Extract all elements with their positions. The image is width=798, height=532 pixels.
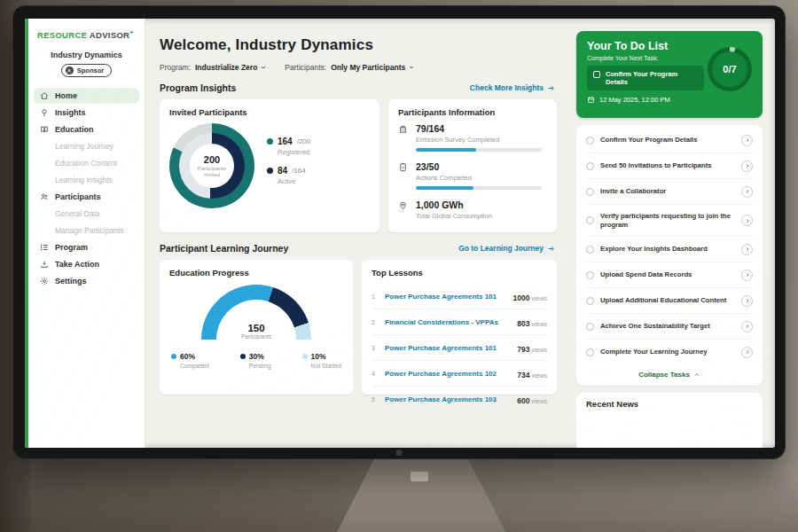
link-label: Go to Learning Journey xyxy=(458,244,544,253)
lesson-views: 600 xyxy=(517,396,529,405)
invited-participants-card: Invited Participants 200 Participants In… xyxy=(160,99,379,232)
sidebar-item-insights[interactable]: Insights xyxy=(34,105,139,121)
lesson-views: 734 xyxy=(517,371,529,379)
actions-completed-progress-fill xyxy=(416,186,473,190)
task-row-verify-participants[interactable]: Verify participants requesting to join t… xyxy=(586,205,753,237)
lesson-row: 4 Power Purchase Agreements 102 734views xyxy=(372,361,547,387)
clipboard-check-icon xyxy=(398,161,409,190)
lesson-rank: 5 xyxy=(372,396,379,403)
actions-completed-label: Actions Completed xyxy=(416,174,542,182)
task-checkbox[interactable] xyxy=(586,137,594,145)
lesson-views-suffix: views xyxy=(531,295,547,301)
insights-cards-row: Invited Participants 200 Participants In… xyxy=(160,99,557,232)
chevron-right-icon[interactable] xyxy=(741,244,753,255)
logo-primary: RESOURCE xyxy=(37,30,87,40)
legend-pending: 30% Pending xyxy=(240,352,271,369)
sidebar-item-take-action[interactable]: Take Action xyxy=(34,256,139,272)
sidebar-item-home[interactable]: Home xyxy=(34,88,139,104)
chevron-right-icon[interactable] xyxy=(741,347,753,358)
task-label: Upload Additional Educational Content xyxy=(600,296,735,305)
lesson-title-link[interactable]: Power Purchase Agreements 103 xyxy=(385,395,511,403)
location-pin-icon xyxy=(398,200,409,220)
next-task-checkbox[interactable] xyxy=(593,71,600,78)
completed-value: 60% xyxy=(180,352,195,361)
org-name: Industry Dynamics xyxy=(28,51,145,59)
logo-secondary: ADVISOR xyxy=(90,30,129,40)
monitor: RESOURCE ADVISOR+ Industry Dynamics Spon… xyxy=(12,5,786,459)
task-label: Verify participants requesting to join t… xyxy=(600,212,735,230)
task-checkbox[interactable] xyxy=(586,188,594,196)
actions-completed-progressbar xyxy=(416,186,542,190)
task-row-confirm-program[interactable]: Confirm Your Program Details xyxy=(586,128,753,153)
sponsor-badge: Sponsor xyxy=(61,64,112,77)
participants-filter-dropdown[interactable]: Only My Participants xyxy=(331,63,415,72)
chevron-right-icon[interactable] xyxy=(741,270,753,281)
task-row-complete-learning-journey[interactable]: Complete Your Learning Journey xyxy=(586,340,753,364)
collapse-label: Collapse Tasks xyxy=(638,371,690,379)
logo-plus: + xyxy=(129,29,133,35)
sidebar-item-general-data[interactable]: General Data xyxy=(34,206,139,222)
chevron-right-icon[interactable] xyxy=(741,135,753,146)
nav-label: Home xyxy=(55,91,77,100)
program-filter-dropdown[interactable]: Industrialize Zero xyxy=(195,63,267,72)
chevron-right-icon[interactable] xyxy=(741,295,753,307)
task-row-achieve-target[interactable]: Achieve One Sustainability Target xyxy=(586,314,753,340)
pending-dot xyxy=(240,354,246,359)
task-checkbox[interactable] xyxy=(586,297,594,305)
lesson-title-link[interactable]: Financial Considerations - VPPAs xyxy=(385,318,511,326)
lesson-views: 793 xyxy=(517,345,529,354)
task-label: Invite a Collaborator xyxy=(600,187,735,196)
lesson-title-link[interactable]: Power Purchase Agreements 101 xyxy=(385,344,511,352)
lesson-row: 3 Power Purchase Agreements 101 793views xyxy=(372,335,547,361)
not-started-value: 10% xyxy=(311,352,326,361)
consumption-value: 1,000 GWh xyxy=(416,200,492,210)
task-row-send-invitations[interactable]: Send 50 Invitations to Participants xyxy=(586,153,753,179)
sidebar-item-learning-journey[interactable]: Learning Journey xyxy=(34,138,139,154)
lightbulb-icon xyxy=(39,108,49,117)
chevron-right-icon[interactable] xyxy=(741,215,753,226)
lesson-title-link[interactable]: Power Purchase Agreements 102 xyxy=(385,370,511,378)
task-row-invite-collaborator[interactable]: Invite a Collaborator xyxy=(586,179,753,205)
task-checkbox[interactable] xyxy=(586,323,594,331)
todo-summary-card: Your To Do List Complete Your Next Task:… xyxy=(576,31,763,118)
sponsor-icon xyxy=(66,66,74,74)
sidebar-item-participants[interactable]: Participants xyxy=(34,189,139,205)
scene: RESOURCE ADVISOR+ Industry Dynamics Spon… xyxy=(0,0,798,532)
nav-label: Learning Journey xyxy=(55,142,113,151)
consumption-row: 1,000 GWh Total Global Consumption xyxy=(398,200,547,220)
sidebar-item-manage-participants[interactable]: Manage Participants xyxy=(34,223,139,239)
completed-label: Completed xyxy=(180,363,209,369)
pending-value: 30% xyxy=(249,352,264,361)
completed-dot xyxy=(171,354,176,359)
chevron-right-icon[interactable] xyxy=(741,321,753,332)
collapse-tasks-button[interactable]: Collapse Tasks xyxy=(586,364,753,386)
task-checkbox[interactable] xyxy=(586,348,594,356)
check-more-insights-link[interactable]: Check More Insights xyxy=(470,83,555,92)
participants-info-card: Participants Information 79/164 Emission… xyxy=(388,99,557,232)
invited-card-title: Invited Participants xyxy=(169,107,370,117)
task-row-upload-educational-content[interactable]: Upload Additional Educational Content xyxy=(586,288,753,314)
next-task[interactable]: Confirm Your Program Details xyxy=(587,66,704,90)
task-checkbox[interactable] xyxy=(586,246,594,254)
education-progress-card: Education Progress 150 Participants 60 xyxy=(160,260,353,395)
sidebar-item-education[interactable]: Education xyxy=(34,121,139,137)
task-checkbox[interactable] xyxy=(586,162,594,170)
sidebar-item-learning-insights[interactable]: Learning Insights xyxy=(34,172,139,188)
task-row-upload-spend-data[interactable]: Upload Spend Data Records xyxy=(586,262,753,288)
sidebar-item-program[interactable]: Program xyxy=(34,239,139,255)
sidebar-item-settings[interactable]: Settings xyxy=(34,273,139,289)
app-logo: RESOURCE ADVISOR+ xyxy=(28,29,145,40)
lesson-title-link[interactable]: Power Purchase Agreements 101 xyxy=(385,293,507,301)
chevron-right-icon[interactable] xyxy=(741,186,753,198)
go-to-learning-journey-link[interactable]: Go to Learning Journey xyxy=(458,244,555,253)
filters-bar: Program: Industrialize Zero Participants… xyxy=(160,63,557,72)
task-row-explore-insights[interactable]: Explore Your Insights Dashboard xyxy=(586,237,753,262)
task-checkbox[interactable] xyxy=(586,271,594,279)
gear-icon xyxy=(39,277,49,286)
dashboard-screen: RESOURCE ADVISOR+ Industry Dynamics Spon… xyxy=(25,19,775,448)
task-checkbox[interactable] xyxy=(586,216,594,224)
sidebar-item-education-content[interactable]: Education Content xyxy=(34,155,139,171)
emission-survey-row: 79/164 Emission Survey Completed xyxy=(398,123,547,152)
pending-label: Pending xyxy=(249,363,271,369)
chevron-right-icon[interactable] xyxy=(741,160,753,172)
